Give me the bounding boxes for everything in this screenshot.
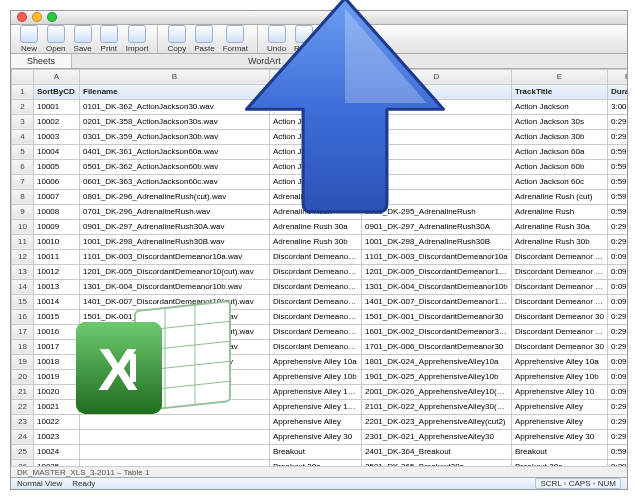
- row-header[interactable]: 5: [12, 144, 34, 159]
- cell[interactable]: 1001_DK-298_AdrenalineRush30B.wav: [80, 234, 270, 249]
- cell[interactable]: 10015: [34, 309, 80, 324]
- toolbar-autosum-button[interactable]: AutoSum: [318, 25, 357, 53]
- cell[interactable]: 0601_DK-363_ActionJackson60c.wav: [80, 174, 270, 189]
- window-minimize-button[interactable]: [32, 12, 42, 22]
- cell[interactable]: 10011: [34, 249, 80, 264]
- window-zoom-button[interactable]: [47, 12, 57, 22]
- cell[interactable]: Discordant Demeanor 10b: [512, 279, 608, 294]
- column-header-F[interactable]: F: [608, 69, 628, 84]
- cell[interactable]: [362, 189, 512, 204]
- cell[interactable]: 0701_DK-296_AdrenalineRush.wav: [80, 204, 270, 219]
- cell[interactable]: [80, 444, 270, 459]
- cell[interactable]: 0:59: [608, 189, 628, 204]
- row-header[interactable]: 2: [12, 99, 34, 114]
- cell[interactable]: 10021: [34, 399, 80, 414]
- field-header[interactable]: Duration: [608, 84, 628, 99]
- cell[interactable]: 0:09: [608, 249, 628, 264]
- row-header[interactable]: 16: [12, 309, 34, 324]
- cell[interactable]: 0901_DK-297_AdrenalineRush30A.wav: [80, 219, 270, 234]
- cell[interactable]: 0401_DK-361_ActionJackson60a.wav: [80, 144, 270, 159]
- row-header[interactable]: 8: [12, 189, 34, 204]
- row-header[interactable]: 23: [12, 414, 34, 429]
- sheet-tab[interactable]: DK_MASTER_XLS_3-2011 – Table 1: [17, 468, 149, 477]
- column-header-A[interactable]: A: [34, 69, 80, 84]
- cell[interactable]: 0:29: [608, 234, 628, 249]
- cell[interactable]: Action Jackson 60a: [512, 144, 608, 159]
- cell[interactable]: 0:29: [608, 339, 628, 354]
- cell[interactable]: 1301_DK-004_DiscordantDemeanor10b.wav: [80, 279, 270, 294]
- cell[interactable]: [362, 159, 512, 174]
- cell[interactable]: Adrenaline Rush 30a: [512, 219, 608, 234]
- cell[interactable]: 10025: [34, 459, 80, 466]
- cell[interactable]: Adrenaline Rush: [512, 204, 608, 219]
- cell[interactable]: [80, 414, 270, 429]
- row-header[interactable]: 3: [12, 114, 34, 129]
- row-header[interactable]: 14: [12, 279, 34, 294]
- cell[interactable]: Action Jackson: [270, 144, 362, 159]
- column-header-B[interactable]: B: [80, 69, 270, 84]
- column-header-D[interactable]: D: [362, 69, 512, 84]
- cell[interactable]: Adrenaline Rush (cut): [512, 189, 608, 204]
- cell[interactable]: [80, 369, 270, 384]
- cell[interactable]: Action Jackson 30s: [512, 114, 608, 129]
- cell[interactable]: Discordant Demeanor 10a: [270, 249, 362, 264]
- cell[interactable]: 2101_DK-022_ApprehensiveAlley30(cut1): [362, 399, 512, 414]
- view-mode[interactable]: Normal View: [17, 479, 62, 488]
- cell[interactable]: 1601_DK-002_DiscordantDemeanor30(cut): [362, 324, 512, 339]
- cell[interactable]: 0:09: [608, 264, 628, 279]
- cell[interactable]: 0801_DK-296_AdrenalineRush(cut).wav: [80, 189, 270, 204]
- tab-sheets[interactable]: Sheets: [11, 54, 72, 68]
- cell[interactable]: Discordant Demeanor 30: [270, 339, 362, 354]
- cell[interactable]: 10007: [34, 189, 80, 204]
- row-header[interactable]: 26: [12, 459, 34, 466]
- cell[interactable]: Action Jackson: [270, 159, 362, 174]
- cell[interactable]: Discordant Demeanor 10(cut): [512, 294, 608, 309]
- row-header[interactable]: 15: [12, 294, 34, 309]
- cell[interactable]: 1101_DK-003_DiscordantDemeanor10a: [362, 249, 512, 264]
- row-header[interactable]: 1: [12, 84, 34, 99]
- cell[interactable]: 0:09: [608, 354, 628, 369]
- cell[interactable]: 0:09: [608, 384, 628, 399]
- cell[interactable]: 10020: [34, 384, 80, 399]
- cell[interactable]: Breakout 30a: [512, 459, 608, 466]
- cell[interactable]: Adrenaline Rush 30b: [270, 234, 362, 249]
- cell[interactable]: Discordant Demeanor 30: [270, 309, 362, 324]
- cell[interactable]: 10003: [34, 129, 80, 144]
- cell[interactable]: 1801_DK-024_ApprehensiveAlley10a: [362, 354, 512, 369]
- row-header[interactable]: 9: [12, 204, 34, 219]
- cell[interactable]: 0901_DK-297_AdrenalineRush30A: [362, 219, 512, 234]
- cell[interactable]: Action Jackson 30b: [512, 129, 608, 144]
- cell[interactable]: [362, 129, 512, 144]
- cell[interactable]: Discordant Demeanor 30: [512, 309, 608, 324]
- cell[interactable]: Apprehensive Alley 10a: [512, 354, 608, 369]
- row-header[interactable]: 17: [12, 324, 34, 339]
- cell[interactable]: Adrenaline Rush 30b: [512, 234, 608, 249]
- cell[interactable]: Breakout: [512, 444, 608, 459]
- cell[interactable]: 0:09: [608, 369, 628, 384]
- cell[interactable]: 0:59: [608, 159, 628, 174]
- row-header[interactable]: 19: [12, 354, 34, 369]
- cell[interactable]: 0:09: [608, 279, 628, 294]
- row-header[interactable]: 20: [12, 369, 34, 384]
- cell[interactable]: 0:29: [608, 309, 628, 324]
- cell[interactable]: Apprehensive Alley 10b: [270, 369, 362, 384]
- cell[interactable]: 1201_DK-005_DiscordantDemeanor10(cut): [362, 264, 512, 279]
- tab-wordart[interactable]: WordArt: [232, 54, 298, 68]
- field-header[interactable]: ShortID: [270, 84, 362, 99]
- cell[interactable]: 0:59: [608, 204, 628, 219]
- cell[interactable]: Discordant Demeanor 10b: [270, 279, 362, 294]
- cell[interactable]: 10002: [34, 114, 80, 129]
- cell[interactable]: Discordant Demeanor 10a: [512, 249, 608, 264]
- cell[interactable]: Apprehensive Alley: [512, 414, 608, 429]
- cell[interactable]: 1901_DK-025_ApprehensiveAlley10b: [362, 369, 512, 384]
- cell[interactable]: 10004: [34, 144, 80, 159]
- cell[interactable]: 10013: [34, 279, 80, 294]
- column-header-E[interactable]: E: [512, 69, 608, 84]
- cell[interactable]: 0:29: [608, 429, 628, 444]
- cell[interactable]: Apprehensive Alley 30: [512, 429, 608, 444]
- cell[interactable]: 10024: [34, 444, 80, 459]
- cell[interactable]: 10001: [34, 99, 80, 114]
- toolbar-paste-button[interactable]: Paste: [191, 25, 217, 53]
- cell[interactable]: 2001_DK-026_ApprehensiveAlley10(cut): [362, 384, 512, 399]
- cell[interactable]: 10010: [34, 234, 80, 249]
